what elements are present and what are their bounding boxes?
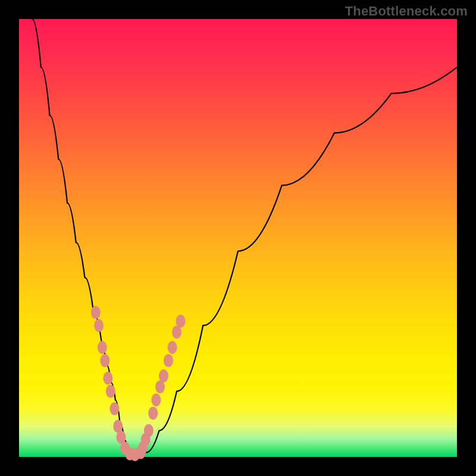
bottleneck-curve-path	[32, 19, 457, 455]
chart-frame: TheBottleneck.com	[0, 0, 476, 476]
marker-dot	[98, 341, 107, 354]
marker-dot	[176, 315, 186, 328]
marker-dot	[109, 402, 119, 415]
marker-dot	[100, 354, 109, 367]
marker-dot	[164, 354, 173, 367]
marker-dot	[144, 424, 154, 437]
marker-dot	[106, 385, 115, 398]
watermark-text: TheBottleneck.com	[345, 4, 468, 19]
marker-dot	[94, 319, 104, 332]
marker-dot	[103, 372, 112, 385]
marker-dot	[159, 369, 168, 383]
chart-svg	[19, 19, 457, 457]
marker-dot	[151, 393, 161, 406]
marker-group	[91, 306, 186, 461]
marker-dot	[91, 306, 101, 319]
marker-dot	[148, 406, 158, 419]
marker-dot	[168, 341, 177, 354]
